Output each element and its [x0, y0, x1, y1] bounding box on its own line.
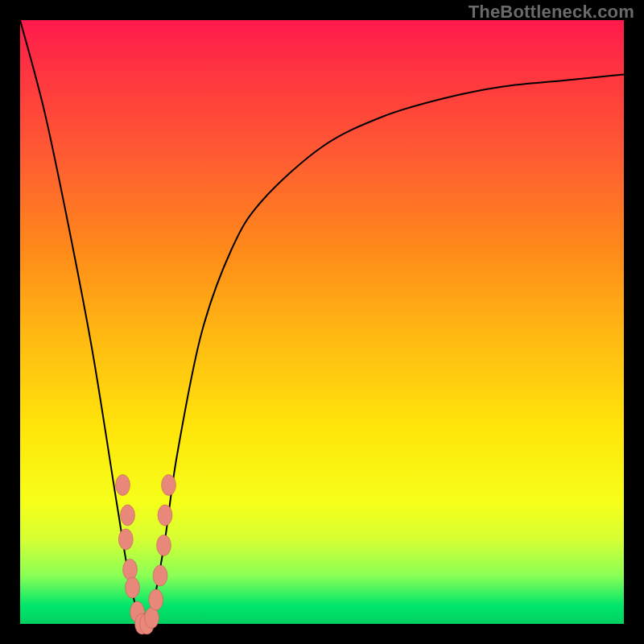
data-marker	[153, 565, 167, 586]
data-marker	[121, 505, 135, 526]
data-marker	[126, 577, 140, 598]
data-marker	[145, 608, 159, 629]
data-marker	[118, 529, 133, 550]
data-marker	[157, 535, 171, 556]
data-marker	[149, 589, 163, 610]
chart-frame: TheBottleneck.com	[0, 0, 644, 644]
plot-area	[20, 20, 624, 624]
data-marker	[162, 475, 176, 496]
data-marker	[116, 475, 130, 496]
curve-path	[20, 20, 624, 628]
bottleneck-curve	[20, 20, 624, 624]
data-marker	[123, 559, 138, 580]
data-marker	[158, 505, 172, 526]
